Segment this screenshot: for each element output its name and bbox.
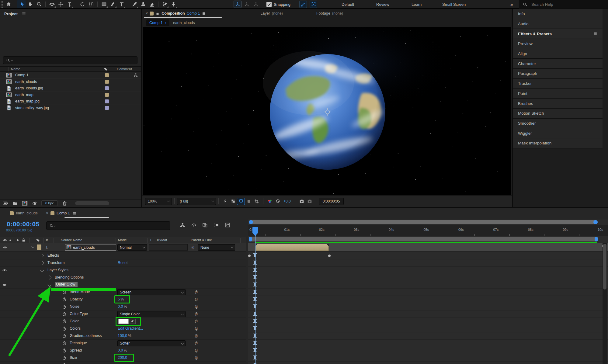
trkmat-cell[interactable] bbox=[149, 244, 188, 251]
keyframe-track-row[interactable] bbox=[248, 281, 608, 289]
shy-layers-icon[interactable] bbox=[191, 222, 197, 228]
panel-tab-audio[interactable]: Audio bbox=[513, 19, 603, 29]
property-row-spread[interactable]: Spread0,0 %@ bbox=[0, 347, 246, 354]
pickwhip-icon[interactable]: @ bbox=[195, 304, 197, 309]
eye-icon[interactable] bbox=[2, 283, 7, 287]
workspace-tab-small-screen[interactable]: Small Screen bbox=[442, 0, 466, 9]
checkbox-checked-icon[interactable] bbox=[266, 2, 272, 7]
pickwhip-icon[interactable]: @ bbox=[195, 311, 197, 316]
property-label[interactable]: Blending Options bbox=[55, 275, 84, 279]
panel-menu-icon[interactable] bbox=[21, 11, 26, 16]
project-item[interactable]: earth_clouds.jpg bbox=[0, 85, 141, 92]
property-row-color-type[interactable]: Color TypeSingle Color@ bbox=[0, 310, 246, 318]
pickwhip-icon[interactable]: @ bbox=[195, 297, 197, 302]
tool-zoom[interactable] bbox=[35, 0, 43, 8]
workspace-overflow-button[interactable]: » bbox=[510, 0, 513, 9]
spread-value[interactable]: 0,0 % bbox=[118, 348, 127, 352]
column-mode[interactable]: Mode bbox=[118, 238, 127, 242]
column-trkmat[interactable]: TrkMat bbox=[156, 238, 167, 242]
keyframe-track-row[interactable] bbox=[248, 325, 608, 332]
snap-edge-icon[interactable] bbox=[299, 1, 307, 8]
crop-region-icon[interactable] bbox=[253, 198, 261, 205]
panel-menu-icon[interactable] bbox=[72, 211, 77, 216]
project-item[interactable]: earth_map.jpg bbox=[0, 98, 141, 105]
solo-icon[interactable] bbox=[15, 238, 20, 243]
column-index[interactable]: # bbox=[46, 238, 48, 242]
panel-tab-effects-presets[interactable]: Effects & Presets bbox=[513, 29, 603, 39]
twirl-right-icon[interactable] bbox=[47, 276, 51, 279]
lock-open-icon[interactable] bbox=[155, 11, 160, 16]
color-type-dropdown[interactable]: Single Color bbox=[117, 311, 186, 317]
layer-duration-track[interactable] bbox=[248, 243, 608, 251]
work-area-bar[interactable] bbox=[249, 237, 598, 241]
opacity-value[interactable]: 5 % bbox=[118, 297, 124, 301]
stopwatch-icon[interactable] bbox=[62, 319, 67, 324]
scrollbar-cap[interactable] bbox=[593, 220, 598, 224]
tool-home[interactable] bbox=[4, 0, 13, 8]
tag-icon[interactable] bbox=[36, 238, 40, 242]
technique-dropdown[interactable]: Softer bbox=[117, 340, 186, 346]
keyframe-track-row[interactable] bbox=[248, 267, 608, 274]
help-search-input[interactable] bbox=[531, 2, 585, 7]
tool-orbit-camera[interactable] bbox=[47, 0, 56, 8]
axis-mode-local-icon[interactable] bbox=[234, 1, 241, 8]
color-swatch[interactable] bbox=[118, 319, 129, 324]
tool-puppet-pin[interactable] bbox=[169, 0, 178, 8]
eye-icon[interactable] bbox=[2, 268, 7, 273]
viewer-tab-layer[interactable]: Layer(none) bbox=[257, 9, 286, 18]
twirl-right-icon[interactable] bbox=[40, 254, 44, 258]
property-row-colors[interactable]: ColorsEdit Gradient...@ bbox=[0, 325, 246, 332]
tool-rectangle[interactable] bbox=[99, 0, 108, 8]
label-color-swatch[interactable] bbox=[105, 86, 109, 90]
property-row-outer-glow[interactable]: Outer Glow bbox=[0, 281, 246, 289]
keyframe-marker[interactable] bbox=[248, 255, 251, 257]
layer-source-name[interactable]: earth_clouds bbox=[65, 244, 116, 251]
label-color-swatch[interactable] bbox=[105, 73, 109, 77]
property-row-effects[interactable]: Effects bbox=[0, 252, 246, 259]
column-source-name[interactable]: Source Name bbox=[61, 238, 82, 242]
stopwatch-icon[interactable] bbox=[62, 326, 67, 331]
stopwatch-icon[interactable] bbox=[62, 311, 67, 317]
property-row-blend-mode[interactable]: Blend ModeScreen@ bbox=[0, 289, 246, 296]
panel-menu-icon[interactable] bbox=[202, 11, 206, 16]
tool-brush[interactable] bbox=[130, 0, 139, 8]
keyframe-track-row[interactable] bbox=[248, 289, 608, 296]
gradien-oothness-value[interactable]: 100,0 % bbox=[118, 334, 131, 338]
tag-icon[interactable] bbox=[103, 67, 108, 71]
keyframe-track-row[interactable] bbox=[248, 347, 608, 354]
pickwhip-icon[interactable]: @ bbox=[195, 319, 197, 324]
property-row-color[interactable]: Color@ bbox=[0, 318, 246, 325]
keyframe-marker[interactable] bbox=[328, 255, 331, 257]
parent-dropdown[interactable]: None bbox=[198, 244, 235, 251]
property-label[interactable]: Outer Glow bbox=[55, 282, 78, 287]
snapping-toggle[interactable]: Snapping bbox=[266, 0, 290, 9]
tool-dolly-camera[interactable] bbox=[65, 0, 74, 8]
time-ruler[interactable]: 0:0001s02s03s04s05s06s07s08s09s10s bbox=[248, 225, 608, 236]
workspace-tab-default[interactable]: Default bbox=[342, 0, 354, 9]
keyframe-track-row[interactable] bbox=[248, 296, 608, 303]
close-icon[interactable]: × bbox=[46, 211, 48, 215]
transparency-grid-icon[interactable] bbox=[229, 198, 237, 205]
blend-mode-dropdown[interactable]: Screen bbox=[117, 289, 186, 295]
tool-rotation[interactable] bbox=[78, 0, 87, 8]
panel-divider[interactable] bbox=[512, 9, 513, 207]
channel-icon[interactable] bbox=[266, 198, 274, 205]
new-folder-icon[interactable] bbox=[12, 200, 18, 206]
breadcrumb-current[interactable]: Comp 1 ‹ bbox=[146, 19, 169, 26]
panel-tab-align[interactable]: Align bbox=[513, 49, 603, 59]
property-row-opacity[interactable]: Opacity5 %@ bbox=[0, 296, 246, 303]
tool-roto-brush[interactable] bbox=[160, 0, 169, 8]
layer-label-swatch[interactable] bbox=[37, 244, 41, 250]
help-search[interactable] bbox=[519, 0, 608, 9]
resolution-dropdown[interactable]: (Full) bbox=[177, 198, 216, 205]
bit-depth-button[interactable]: 8 bpc bbox=[41, 200, 58, 206]
stopwatch-icon[interactable] bbox=[62, 297, 67, 302]
column-comment[interactable]: Comment bbox=[117, 67, 132, 71]
column-parent-link[interactable]: Parent & Link bbox=[191, 238, 212, 242]
composition-mini-flowchart-icon[interactable] bbox=[179, 222, 186, 228]
project-item[interactable]: earth_map bbox=[0, 92, 141, 99]
stopwatch-icon[interactable] bbox=[62, 289, 67, 295]
property-row-transform[interactable]: TransformReset bbox=[0, 259, 246, 267]
blend-mode-dropdown[interactable]: Normal bbox=[117, 244, 147, 251]
proxy-icon[interactable] bbox=[32, 200, 37, 206]
